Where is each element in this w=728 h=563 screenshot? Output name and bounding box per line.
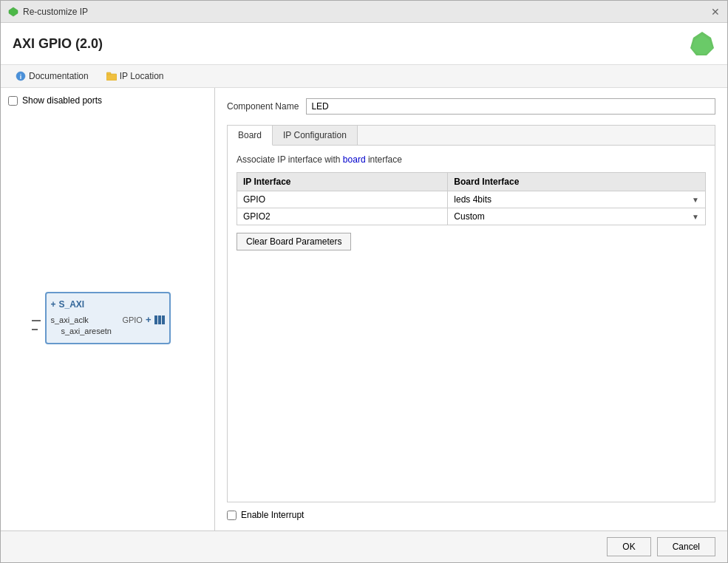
port2-label: s_axi_aresetn [61, 327, 112, 335]
ip-interface-gpio2: GPIO2 [237, 208, 448, 225]
ok-button[interactable]: OK [607, 537, 650, 556]
left-panel: Show disabled ports + [1, 88, 215, 530]
port-bars [154, 315, 165, 324]
ip-block: + S_AXI s_axi_aclk GPIO + [45, 292, 171, 344]
board-interface-dropdown-1[interactable]: leds 4bits Custom [454, 194, 692, 205]
port1-plus: + [146, 314, 152, 325]
ip-block-title: S_AXI [59, 299, 85, 310]
show-disabled-ports-label: Show disabled ports [22, 95, 102, 106]
svg-rect-6 [106, 72, 111, 75]
svg-marker-0 [9, 7, 18, 16]
enable-interrupt-checkbox[interactable] [227, 511, 237, 520]
show-disabled-ports-checkbox[interactable] [8, 96, 18, 106]
ip-block-canvas: + S_AXI s_axi_aclk GPIO + [8, 113, 207, 523]
table-row: GPIO leds 4bits Custom ▼ [237, 191, 706, 208]
port1-label: s_axi_aclk [51, 315, 89, 324]
assoc-label: Associate IP interface with board interf… [237, 154, 706, 165]
page-title: AXI GPIO (2.0) [13, 36, 103, 52]
board-interface-dropdown-2[interactable]: Custom leds 4bits [454, 211, 692, 222]
header: AXI GPIO (2.0) [1, 23, 727, 65]
documentation-label: Documentation [29, 71, 89, 81]
app-icon [8, 7, 18, 17]
footer: OK Cancel [1, 530, 727, 562]
svg-rect-5 [106, 74, 117, 81]
board-iface-select-wrapper-1: leds 4bits Custom ▼ [454, 194, 699, 205]
board-interface-gpio: leds 4bits Custom ▼ [448, 191, 706, 208]
toolbar: i Documentation IP Location [1, 65, 727, 88]
clear-board-parameters-button[interactable]: Clear Board Parameters [237, 233, 351, 250]
ip-block-port-2: s_axi_aresetn [51, 327, 165, 335]
title-bar: Re-customize IP ✕ [1, 1, 727, 23]
content-area: Show disabled ports + [1, 88, 727, 530]
board-interface-gpio2: Custom leds 4bits ▼ [448, 208, 706, 225]
ip-block-header: + S_AXI [51, 299, 165, 310]
col-board-interface: Board Interface [448, 173, 706, 191]
show-ports-row: Show disabled ports [8, 95, 207, 106]
tabs-header: Board IP Configuration [228, 126, 715, 146]
block-expand-icon[interactable]: + [51, 299, 56, 310]
documentation-button[interactable]: i Documentation [13, 69, 92, 83]
ip-location-label: IP Location [120, 71, 164, 81]
col-ip-interface: IP Interface [237, 173, 448, 191]
right-panel: Component Name Board IP Configuration As… [215, 88, 727, 530]
enable-interrupt-label: Enable Interrupt [241, 510, 304, 520]
tab-ip-configuration[interactable]: IP Configuration [273, 126, 358, 145]
dropdown-arrow-1: ▼ [692, 196, 699, 204]
table-row: GPIO2 Custom leds 4bits ▼ [237, 208, 706, 225]
component-name-input[interactable] [306, 98, 715, 115]
svg-text:i: i [20, 73, 22, 81]
close-button[interactable]: ✕ [711, 7, 720, 17]
title-bar-label: Re-customize IP [23, 7, 88, 17]
tabs-container: Board IP Configuration Associate IP inte… [227, 125, 715, 502]
xilinx-logo [689, 30, 715, 57]
component-name-row: Component Name [227, 98, 715, 115]
board-iface-select-wrapper-2: Custom leds 4bits ▼ [454, 211, 699, 222]
ip-location-button[interactable]: IP Location [103, 69, 167, 83]
title-bar-left: Re-customize IP [8, 7, 88, 17]
folder-icon [106, 72, 117, 81]
port1-right-label: GPIO [122, 315, 143, 324]
ip-interface-gpio: GPIO [237, 191, 448, 208]
tab-board-content: Associate IP interface with board interf… [228, 146, 715, 502]
info-icon: i [16, 71, 26, 81]
dropdown-arrow-2: ▼ [692, 213, 699, 221]
ip-block-port-1: s_axi_aclk GPIO + [51, 314, 165, 325]
cancel-button[interactable]: Cancel [657, 537, 715, 556]
main-window: Re-customize IP ✕ AXI GPIO (2.0) i Docum… [0, 0, 728, 563]
component-name-label: Component Name [227, 101, 299, 112]
interface-table: IP Interface Board Interface GPIO [237, 172, 706, 225]
tab-board[interactable]: Board [228, 126, 273, 146]
board-highlight: board [343, 154, 366, 165]
table-header-row: IP Interface Board Interface [237, 173, 706, 191]
enable-interrupt-row: Enable Interrupt [227, 510, 715, 520]
